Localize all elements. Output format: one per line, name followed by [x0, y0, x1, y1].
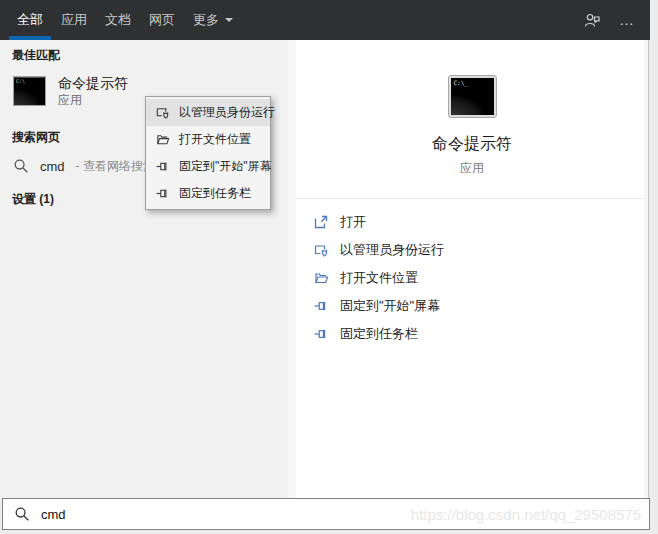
- action-pin-to-start[interactable]: 固定到"开始"屏幕: [296, 292, 648, 320]
- pin-icon: [155, 159, 170, 174]
- search-icon: [13, 158, 29, 174]
- watermark-text: https://blog.csdn.net/qq_29508575: [411, 506, 641, 523]
- search-header: 全部 应用 文档 网页 更多 …: [0, 0, 650, 40]
- action-label: 以管理员身份运行: [340, 241, 444, 259]
- tab-documents[interactable]: 文档: [96, 0, 140, 40]
- action-pin-to-taskbar[interactable]: 固定到任务栏: [296, 320, 648, 348]
- search-filter-tabs: 全部 应用 文档 网页 更多: [0, 0, 242, 40]
- scrollbar-track[interactable]: [644, 40, 648, 498]
- best-match-text: 命令提示符 应用: [58, 75, 128, 107]
- context-menu-item-label: 固定到任务栏: [179, 185, 251, 202]
- preview-app-subtitle: 应用: [296, 160, 648, 177]
- action-open[interactable]: 打开: [296, 208, 648, 236]
- tab-web[interactable]: 网页: [140, 0, 184, 40]
- pin-icon: [155, 186, 170, 201]
- search-icon: [14, 506, 30, 522]
- tab-more[interactable]: 更多: [184, 0, 242, 40]
- windows-search-flyout: 全部 应用 文档 网页 更多 … 最佳匹配 命: [0, 0, 658, 534]
- action-label: 固定到任务栏: [340, 325, 418, 343]
- context-menu-item-label: 打开文件位置: [179, 131, 251, 148]
- search-query-text: cmd: [41, 507, 66, 522]
- shield-icon: [155, 105, 170, 120]
- folder-icon: [313, 270, 329, 286]
- tab-more-label: 更多: [193, 11, 219, 29]
- context-menu-item-run-as-admin[interactable]: 以管理员身份运行: [146, 99, 270, 126]
- open-icon: [313, 214, 329, 230]
- preview-actions: 打开 以管理员身份运行 打开文件位置: [296, 199, 648, 348]
- context-menu-item-label: 固定到"开始"屏幕: [179, 158, 272, 175]
- search-input[interactable]: cmd https://blog.csdn.net/qq_29508575: [2, 498, 650, 530]
- action-label: 打开文件位置: [340, 269, 418, 287]
- web-search-query: cmd: [40, 159, 65, 174]
- action-run-as-admin[interactable]: 以管理员身份运行: [296, 236, 648, 264]
- cmd-icon: [13, 76, 46, 106]
- cmd-icon: [449, 76, 496, 117]
- shield-icon: [313, 242, 329, 258]
- best-match-title: 命令提示符: [58, 75, 128, 91]
- tab-apps[interactable]: 应用: [52, 0, 96, 40]
- context-menu-item-pin-to-taskbar[interactable]: 固定到任务栏: [146, 180, 270, 207]
- best-match-header: 最佳匹配: [12, 47, 288, 63]
- action-open-file-location[interactable]: 打开文件位置: [296, 264, 648, 292]
- header-actions: …: [583, 0, 650, 40]
- dropdown-caret-icon: [225, 18, 233, 26]
- panel-gutter: [288, 40, 296, 498]
- action-label: 打开: [340, 213, 366, 231]
- user-feedback-icon[interactable]: [583, 11, 601, 29]
- more-options-button[interactable]: …: [619, 15, 636, 25]
- folder-icon: [155, 132, 170, 147]
- best-match-subtitle: 应用: [58, 94, 128, 107]
- context-menu-item-pin-to-start[interactable]: 固定到"开始"屏幕: [146, 153, 270, 180]
- pin-icon: [313, 326, 329, 342]
- context-menu-item-open-file-location[interactable]: 打开文件位置: [146, 126, 270, 153]
- context-menu: 以管理员身份运行 打开文件位置 固定到"开始"屏幕: [145, 96, 271, 210]
- context-menu-item-label: 以管理员身份运行: [179, 104, 275, 121]
- preview-app-title: 命令提示符: [296, 134, 648, 155]
- preview-app-header: 命令提示符 应用: [296, 76, 648, 177]
- action-label: 固定到"开始"屏幕: [340, 297, 440, 315]
- pin-icon: [313, 298, 329, 314]
- preview-panel: 命令提示符 应用 打开: [296, 40, 649, 498]
- tab-all[interactable]: 全部: [8, 0, 52, 40]
